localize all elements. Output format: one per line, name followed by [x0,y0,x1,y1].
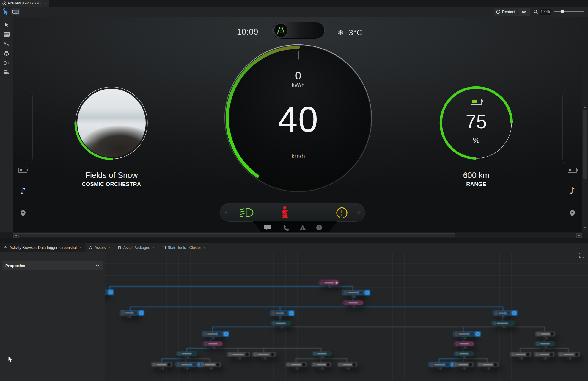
disabled-badge-icon [550,332,554,336]
node-port-connector [276,316,282,318]
select-tool-button[interactable] [2,21,11,29]
camera-tool-button[interactable] [2,68,11,76]
table-tool-button[interactable] [2,30,11,38]
graph-node[interactable] [454,352,474,356]
graph-node[interactable] [286,362,307,367]
text-tool-button[interactable]: A [2,40,11,48]
graph-node[interactable] [453,332,474,336]
tab-label: Activity Browser: Data trigger-screensho… [10,246,77,250]
graph-node[interactable] [453,362,474,367]
close-icon[interactable]: × [44,1,46,5]
graph-edge [130,307,503,307]
tab-assets[interactable]: Assets× [85,243,114,252]
graph-node[interactable] [270,311,288,316]
graph-node[interactable] [342,290,364,295]
lane-assist-knob [274,23,288,38]
horizontal-scrollbar-thumb[interactable] [19,233,455,237]
chevron-right-icon[interactable] [358,210,361,215]
graph-node[interactable] [151,362,172,367]
graph-edge [296,358,296,363]
tab-asset-packages[interactable]: Asset Packages× [114,243,158,252]
chevron-left-icon[interactable] [224,210,227,215]
graph-node[interactable] [202,332,222,336]
graph-node[interactable] [429,362,450,367]
graph-node[interactable] [337,362,357,367]
graph-node[interactable] [176,362,197,367]
scroll-up-arrow[interactable] [584,107,587,108]
navigation-tab-icon[interactable] [13,210,33,216]
horizontal-scrollbar[interactable] [13,233,582,238]
tab-label: State Tools - Cluster [168,246,201,250]
zoom-level-field[interactable]: 100% [540,9,551,15]
scroll-down-arrow[interactable] [584,227,587,229]
node-icon [536,353,539,356]
connection-tool-button[interactable] [2,59,11,67]
fit-view-icon[interactable] [579,253,584,258]
tab-state-tools[interactable]: State Tools - Cluster× [158,243,209,252]
music-tab-icon[interactable]: ♪ [13,186,33,195]
zoom-slider-thumb[interactable] [561,10,564,13]
close-icon[interactable]: × [108,246,110,249]
node-port-connector [319,356,324,359]
edit-badge-icon [190,363,192,366]
graph-node[interactable] [491,321,515,325]
scroll-right-arrow[interactable] [576,233,582,238]
restart-label: Restart [502,10,515,14]
node-icon [320,281,323,284]
close-icon[interactable]: × [204,246,205,249]
battery-tab-icon[interactable] [562,168,582,173]
graph-node[interactable] [535,332,555,336]
layers-tool-button[interactable] [2,49,11,57]
properties-section-header[interactable]: Properties [2,261,103,270]
graph-node[interactable] [534,352,554,357]
message-icon[interactable] [264,224,271,231]
drive-mode-toggle[interactable] [273,22,324,38]
phone-icon[interactable] [282,224,289,231]
visibility-button[interactable] [518,8,530,16]
graph-node[interactable] [176,352,197,356]
disabled-badge-icon [526,353,530,356]
graph-node[interactable] [203,342,222,346]
vertical-scrollbar-thumb[interactable] [583,110,587,179]
graph-node[interactable] [271,321,291,325]
battery-tab-icon[interactable] [13,168,33,173]
close-icon[interactable]: × [153,246,155,249]
navigation-tab-icon[interactable] [562,210,582,216]
branch-icon [4,60,9,65]
graph-node[interactable] [199,362,221,367]
zoom-slider-track[interactable] [554,11,584,12]
graph-node[interactable] [535,342,555,346]
restart-button[interactable]: Restart [494,8,517,16]
graph-node[interactable] [227,352,250,357]
graph-node[interactable] [493,311,511,315]
node-port-connector [183,367,189,370]
close-icon[interactable]: × [79,246,81,249]
graph-node[interactable] [252,352,276,357]
graph-node[interactable] [477,362,499,367]
node-icon [204,333,207,335]
graph-edge [463,358,488,359]
vertical-scrollbar[interactable] [582,17,588,232]
package-icon [117,246,121,249]
node-port-connector [278,326,283,328]
graph-node[interactable] [120,310,138,315]
tab-activity-browser[interactable]: Activity Browser: Data trigger-screensho… [0,243,85,252]
pointer-click-tool-button[interactable] [2,8,10,15]
graph-node[interactable] [312,352,331,356]
list-view-icon [309,27,316,33]
graph-node[interactable] [312,362,331,367]
music-tab-icon[interactable]: ♪ [562,186,582,195]
keyboard-tool-button[interactable] [11,8,20,15]
graph-node[interactable] [343,301,363,305]
properties-panel: Properties ActivityHostName Cluster Main… [0,252,105,381]
info-circle-icon[interactable] [316,224,322,231]
graph-node[interactable] [319,280,339,285]
graph-node[interactable] [558,352,580,357]
graph-node[interactable] [510,352,531,357]
scroll-left-arrow[interactable] [13,233,19,238]
preview-window-tab[interactable]: Preview [1920 x 720] × [0,0,49,7]
warning-triangle-icon[interactable] [299,224,306,231]
node-port-connector [326,286,331,288]
graph-node[interactable] [454,342,474,346]
graph-edge [212,327,213,332]
